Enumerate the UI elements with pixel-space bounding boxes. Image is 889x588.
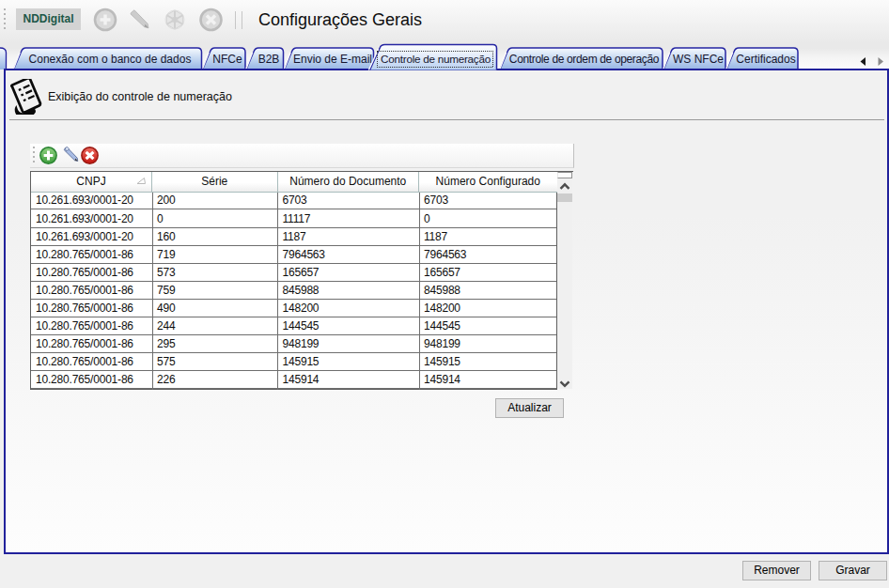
svg-text:NFCe: NFCe <box>212 53 242 66</box>
svg-text:WS NFCe: WS NFCe <box>673 53 724 66</box>
svg-text:Certificados: Certificados <box>736 53 795 66</box>
svg-text:Envio de E-mail: Envio de E-mail <box>293 53 372 66</box>
svg-text:Conexão com o banco de dados: Conexão com o banco de dados <box>29 53 192 66</box>
svg-text:Controle de numeração: Controle de numeração <box>381 53 491 65</box>
svg-text:Controle de ordem de operação: Controle de ordem de operação <box>509 53 660 66</box>
svg-text:B2B: B2B <box>258 53 280 66</box>
